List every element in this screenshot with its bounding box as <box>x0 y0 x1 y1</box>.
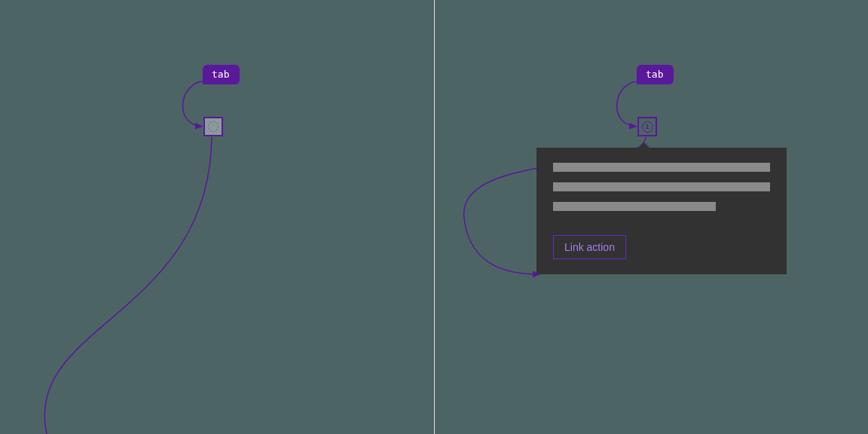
marker-box-left[interactable] <box>203 117 223 136</box>
panel-left: tab <box>0 0 434 434</box>
marker-box-right[interactable] <box>637 117 657 136</box>
marker-circle-dashed-icon <box>208 121 219 132</box>
popover-text-placeholder <box>553 202 716 211</box>
panel-right: tab Link action <box>434 0 868 434</box>
link-action-button[interactable]: Link action <box>553 235 626 259</box>
popover-text-placeholder <box>553 163 770 172</box>
marker-circle-number-icon <box>642 121 653 133</box>
link-action-label: Link action <box>564 241 615 253</box>
tab-chip-left: tab <box>203 65 240 84</box>
tab-chip-right: tab <box>637 65 674 84</box>
tab-label: tab <box>646 69 663 80</box>
popover-caret-icon <box>638 142 650 148</box>
tab-label: tab <box>212 69 229 80</box>
popover-text-placeholder <box>553 182 770 191</box>
popover: Link action <box>536 148 787 274</box>
